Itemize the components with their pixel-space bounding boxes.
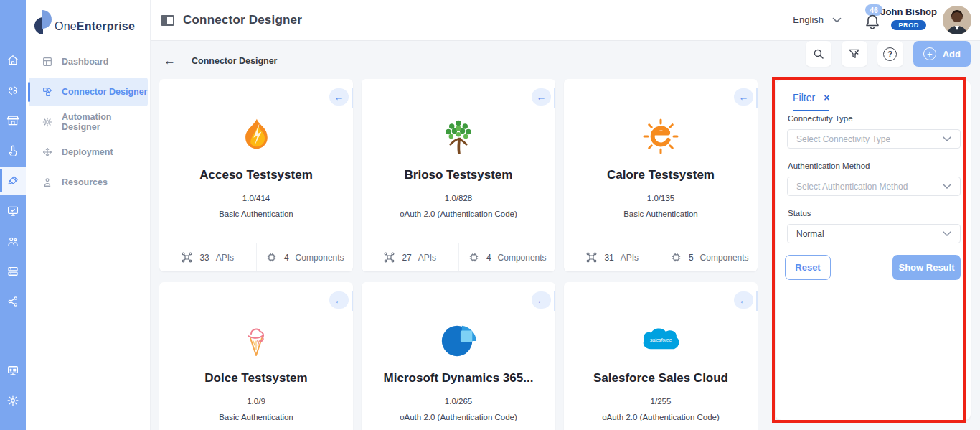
rail-item-home[interactable]: [0, 46, 26, 75]
collapse-arrow-button[interactable]: ←: [329, 291, 349, 309]
sidebar-item-deployment[interactable]: Deployment: [29, 138, 148, 167]
help-button[interactable]: ?: [877, 41, 903, 67]
connector-card-brioso[interactable]: ← Brioso Testsystem 1.0/828 oAuth 2.0 (A…: [362, 79, 555, 271]
filter-tab[interactable]: Filter ×: [793, 92, 829, 111]
rail-item-share[interactable]: [0, 287, 26, 316]
sun-icon: [641, 116, 681, 156]
home-icon: [6, 54, 19, 67]
components-count: 4: [284, 253, 289, 263]
rail-item-devices[interactable]: [0, 356, 26, 385]
sidebar-item-dashboard[interactable]: Dashboard: [29, 47, 148, 76]
connectivity-type-select[interactable]: Select Connectivity Type: [787, 129, 961, 149]
card-footer: 27 APIs 4 Components: [362, 243, 555, 271]
collapse-arrow-button[interactable]: ←: [734, 88, 753, 106]
apis-stat[interactable]: 27 APIs: [362, 243, 458, 271]
sidebar-item-connector-designer[interactable]: Connector Designer: [29, 78, 148, 106]
components-label: Components: [498, 253, 547, 263]
resources-icon: [42, 177, 53, 188]
show-result-button[interactable]: Show Result: [892, 255, 961, 280]
connector-card-salesforce[interactable]: ← salesforce Salesforce Sales Cloud 1/25…: [564, 282, 758, 430]
panel-toggle-icon[interactable]: [161, 15, 174, 26]
card-edge-divider: [352, 291, 353, 311]
salesforce-cloud-icon: salesforce: [641, 319, 681, 360]
card-edge-divider: [554, 291, 555, 311]
collapse-arrow-button[interactable]: ←: [532, 88, 551, 106]
collapse-arrow-button[interactable]: ←: [734, 291, 753, 309]
svg-text:salesforce: salesforce: [650, 337, 672, 342]
connector-version: 1/255: [564, 397, 758, 406]
apis-count: 33: [199, 253, 209, 263]
rail-item-collaboration[interactable]: [0, 76, 26, 105]
connector-version: 1.0/828: [362, 194, 555, 202]
chip-icon: [670, 251, 682, 263]
close-icon[interactable]: ×: [824, 93, 829, 103]
chevron-down-icon: [943, 136, 951, 141]
components-stat[interactable]: 4 Components: [458, 243, 556, 271]
rail-item-server[interactable]: [0, 257, 26, 286]
collapse-arrow-button[interactable]: ←: [532, 291, 551, 309]
user-menu[interactable]: John Bishop PROD: [880, 6, 937, 30]
language-label: English: [793, 14, 824, 25]
breadcrumb-label: Connector Designer: [192, 56, 277, 66]
authentication-method-select[interactable]: Select Authentication Method: [787, 177, 961, 196]
breadcrumb: ← Connector Designer: [164, 55, 277, 67]
status-select[interactable]: Normal: [787, 224, 961, 243]
sidebar-item-automation-designer[interactable]: Automation Designer: [29, 108, 148, 136]
components-stat[interactable]: 5 Components: [661, 243, 758, 271]
components-stat[interactable]: 4 Components: [256, 243, 354, 271]
connector-name: Acceso Testsystem: [165, 168, 347, 182]
user-name: John Bishop: [880, 6, 937, 17]
connector-card-dolce[interactable]: ← Dolce Testsystem 1.0/9 Basic Authentic…: [159, 282, 353, 430]
language-selector[interactable]: English: [793, 14, 842, 25]
rail-item-settings[interactable]: [0, 386, 26, 415]
rail-item-marketplace[interactable]: [0, 106, 26, 135]
connector-card-calore[interactable]: ← Calore Testsystem 1.0/135 Basic Authen…: [564, 79, 758, 271]
connector-card-acceso[interactable]: ← Acceso Testsystem 1.0/414 Basic Authen…: [159, 79, 353, 271]
sidebar-item-label: Connector Designer: [62, 87, 147, 97]
connector-auth: oAuth 2.0 (Authentication Code): [362, 210, 555, 218]
apis-stat[interactable]: 31 APIs: [564, 243, 661, 271]
dynamics-icon: [438, 319, 479, 360]
monitor-check-icon: [6, 205, 19, 218]
card-footer: 31 APIs 5 Components: [564, 243, 758, 271]
marketplace-icon: [6, 114, 19, 127]
bell-icon: [864, 13, 881, 32]
connector-name: Brioso Testsystem: [367, 168, 550, 182]
apis-count: 27: [402, 253, 411, 263]
status-label: Status: [788, 209, 811, 218]
touch-icon: [6, 144, 19, 157]
user-group-icon: [6, 235, 19, 248]
brand-logo-icon: [34, 10, 53, 34]
back-arrow-icon[interactable]: ←: [164, 55, 176, 67]
devices-icon: [6, 364, 19, 377]
connector-card-dynamics[interactable]: ← Microsoft Dynamics 365... 1.0/265 oAut…: [362, 282, 555, 430]
automation-gear-icon: [42, 116, 53, 128]
rail-item-user-group[interactable]: [0, 227, 26, 256]
connector-version: 1.0/135: [564, 194, 758, 202]
user-avatar[interactable]: [943, 6, 971, 34]
tree-icon: [438, 116, 479, 156]
collapse-arrow-button[interactable]: ←: [329, 88, 349, 106]
reset-button[interactable]: Reset: [785, 255, 831, 280]
connector-auth: oAuth 2.0 (Authentication Code): [564, 413, 758, 421]
components-label: Components: [700, 253, 749, 263]
search-button[interactable]: [806, 41, 831, 67]
filter-funnel-icon: [847, 47, 861, 60]
add-button[interactable]: + Add: [913, 41, 971, 67]
rail-item-monitor-check[interactable]: [0, 197, 26, 225]
components-label: Components: [296, 253, 344, 263]
rail-item-designer[interactable]: [0, 167, 26, 195]
dashboard-icon: [42, 56, 53, 67]
api-network-icon: [383, 251, 395, 263]
deployment-icon: [42, 146, 53, 158]
sidebar-item-label: Deployment: [62, 147, 113, 157]
rail-item-touch[interactable]: [0, 136, 26, 165]
brand-logo[interactable]: OneEnterprise: [34, 10, 135, 34]
toolbar: ? + Add: [806, 41, 971, 67]
add-button-label: Add: [943, 49, 961, 60]
sidebar-item-resources[interactable]: Resources: [29, 168, 148, 197]
filter-button[interactable]: [842, 41, 867, 67]
icon-rail: [0, 0, 26, 430]
connectivity-type-value: Select Connectivity Type: [796, 134, 890, 144]
apis-stat[interactable]: 33 APIs: [159, 243, 256, 271]
